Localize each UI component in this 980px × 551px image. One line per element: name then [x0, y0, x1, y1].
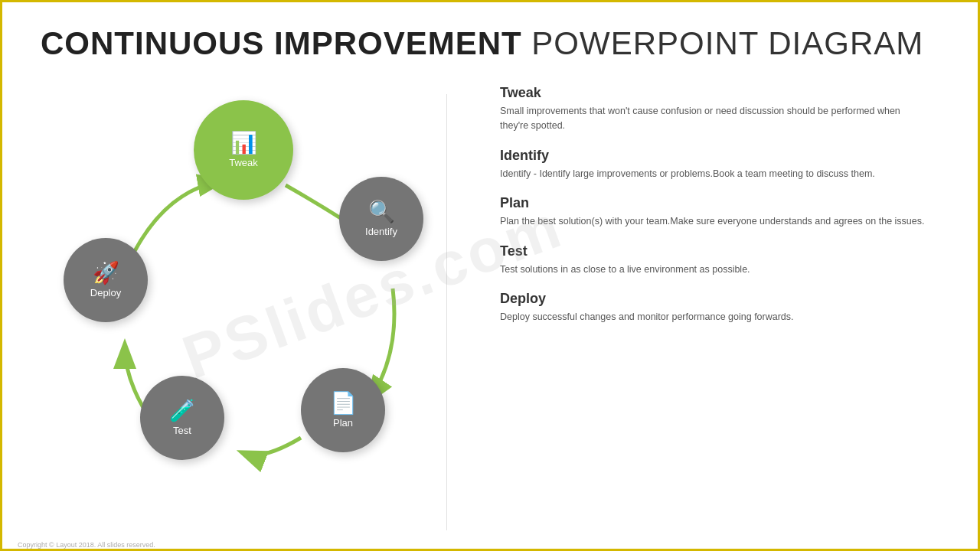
info-deploy: Deploy Deploy successful changes and mon…: [500, 291, 929, 324]
title-bold: CONTINUOUS IMPROVEMENT: [41, 25, 522, 61]
identify-icon: 🔍: [368, 201, 395, 223]
info-identify-desc: Identify - Identify large improvements o…: [500, 167, 929, 181]
info-plan: Plan Plan the best solution(s) with your…: [500, 195, 929, 229]
node-identify: 🔍 Identify: [339, 177, 423, 261]
info-test: Test Test solutions in as close to a liv…: [500, 243, 929, 277]
plan-icon: 📄: [330, 393, 357, 414]
node-plan: 📄 Plan: [301, 368, 385, 452]
info-deploy-title: Deploy: [500, 291, 929, 307]
plan-label: Plan: [333, 417, 353, 429]
info-tweak-desc: Small improvements that won't cause conf…: [500, 104, 929, 134]
tweak-label: Tweak: [229, 157, 258, 168]
slide: CONTINUOUS IMPROVEMENT POWERPOINT DIAGRA…: [2, 2, 980, 551]
deploy-label: Deploy: [90, 287, 121, 298]
page-title: CONTINUOUS IMPROVEMENT POWERPOINT DIAGRA…: [41, 25, 944, 62]
divider: [446, 94, 447, 530]
footer: Copyright © Layout 2018. All slides rese…: [18, 541, 155, 549]
diagram-area: 📊 Tweak 🔍 Identify 📄 Plan 🧪 Test 🚀: [25, 77, 469, 538]
info-plan-title: Plan: [500, 195, 929, 211]
info-identify: Identify Identify - Identify large impro…: [500, 148, 929, 181]
node-deploy: 🚀 Deploy: [64, 238, 148, 322]
info-deploy-desc: Deploy successful changes and monitor pe…: [500, 310, 929, 324]
node-test: 🧪 Test: [140, 376, 224, 460]
test-icon: 🧪: [169, 400, 196, 422]
info-plan-desc: Plan the best solution(s) with your team…: [500, 214, 929, 229]
test-label: Test: [173, 425, 191, 436]
header: CONTINUOUS IMPROVEMENT POWERPOINT DIAGRA…: [2, 2, 980, 70]
identify-label: Identify: [365, 226, 397, 237]
info-test-desc: Test solutions in as close to a live env…: [500, 262, 929, 277]
info-tweak: Tweak Small improvements that won't caus…: [500, 85, 929, 134]
info-tweak-title: Tweak: [500, 85, 929, 101]
deploy-icon: 🚀: [93, 262, 119, 284]
tweak-icon: 📊: [230, 132, 257, 154]
content-area: 📊 Tweak 🔍 Identify 📄 Plan 🧪 Test 🚀: [2, 70, 980, 551]
info-identify-title: Identify: [500, 148, 929, 164]
node-tweak: 📊 Tweak: [194, 100, 293, 200]
info-panel: Tweak Small improvements that won't caus…: [469, 77, 959, 538]
title-normal: POWERPOINT DIAGRAM: [522, 25, 924, 61]
info-test-title: Test: [500, 243, 929, 259]
